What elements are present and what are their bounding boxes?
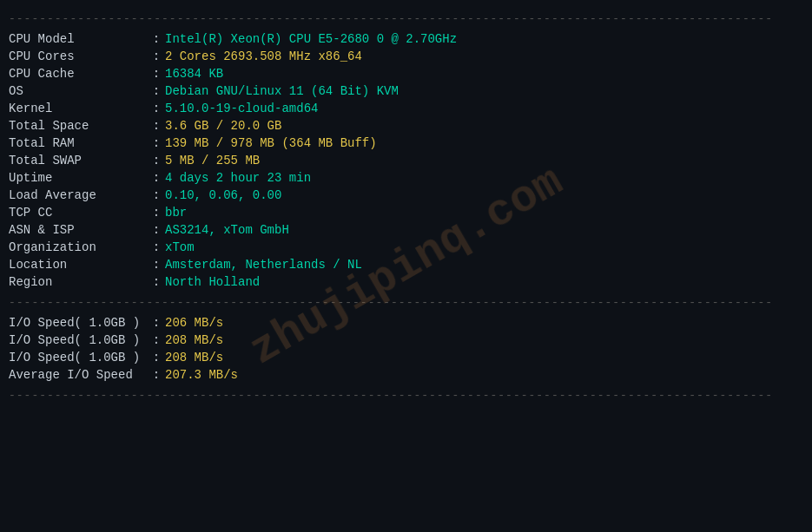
io-colon: : — [148, 314, 165, 332]
info-colon: : — [148, 117, 165, 135]
info-value: 3.6 GB / 20.0 GB — [165, 117, 803, 135]
info-value: North Holland — [165, 273, 803, 291]
info-value: Intel(R) Xeon(R) CPU E5-2680 0 @ 2.70GHz — [165, 30, 803, 48]
io-value: 207.3 MB/s — [165, 366, 803, 384]
info-value: 5 MB / 255 MB — [165, 152, 803, 169]
info-value: xTom — [165, 239, 803, 256]
info-value: 2 Cores 2693.508 MHz x86_64 — [165, 48, 803, 65]
io-speed-row: I/O Speed( 1.0GB ):208 MB/s — [9, 349, 803, 366]
info-value: 139 MB / 978 MB (364 MB Buff) — [165, 135, 803, 152]
io-speed-row: I/O Speed( 1.0GB ):206 MB/s — [9, 314, 803, 332]
info-value: Amsterdam, Netherlands / NL — [165, 256, 803, 273]
io-colon: : — [148, 366, 165, 384]
system-info-row: Organization:xTom — [9, 239, 803, 256]
info-label: Total Space — [9, 117, 148, 135]
system-info-row: CPU Cores:2 Cores 2693.508 MHz x86_64 — [9, 48, 803, 65]
io-label: I/O Speed( 1.0GB ) — [9, 332, 148, 349]
info-colon: : — [148, 204, 165, 221]
info-value: AS3214, xTom GmbH — [165, 221, 803, 239]
info-colon: : — [148, 30, 165, 48]
info-label: Location — [9, 256, 148, 273]
info-label: Total SWAP — [9, 152, 148, 169]
info-label: Total RAM — [9, 135, 148, 152]
info-label: Region — [9, 273, 148, 291]
io-value: 208 MB/s — [165, 332, 803, 349]
system-info-row: Region:North Holland — [9, 273, 803, 291]
info-colon: : — [148, 273, 165, 291]
info-colon: : — [148, 187, 165, 204]
info-value: 16384 KB — [165, 65, 803, 82]
system-info-row: Total RAM:139 MB / 978 MB (364 MB Buff) — [9, 135, 803, 152]
info-value: 0.10, 0.06, 0.00 — [165, 187, 803, 204]
io-label: I/O Speed( 1.0GB ) — [9, 314, 148, 332]
divider-bot: ----------------------------------------… — [9, 389, 803, 402]
system-info-row: CPU Cache:16384 KB — [9, 65, 803, 82]
info-colon: : — [148, 100, 165, 117]
system-info-row: TCP CC:bbr — [9, 204, 803, 221]
io-value: 206 MB/s — [165, 314, 803, 332]
system-info-row: CPU Model:Intel(R) Xeon(R) CPU E5-2680 0… — [9, 30, 803, 48]
info-label: CPU Cache — [9, 65, 148, 82]
info-label: Uptime — [9, 169, 148, 187]
io-value: 208 MB/s — [165, 349, 803, 366]
system-info-row: Load Average:0.10, 0.06, 0.00 — [9, 187, 803, 204]
divider-top: ----------------------------------------… — [9, 12, 803, 25]
info-colon: : — [148, 256, 165, 273]
info-colon: : — [148, 82, 165, 100]
info-colon: : — [148, 152, 165, 169]
system-info-table: CPU Model:Intel(R) Xeon(R) CPU E5-2680 0… — [9, 30, 803, 291]
info-colon: : — [148, 169, 165, 187]
info-label: Kernel — [9, 100, 148, 117]
info-value: 4 days 2 hour 23 min — [165, 169, 803, 187]
info-label: OS — [9, 82, 148, 100]
divider-mid: ----------------------------------------… — [9, 296, 803, 309]
info-value: Debian GNU/Linux 11 (64 Bit) KVM — [165, 82, 803, 100]
system-info-row: Total SWAP:5 MB / 255 MB — [9, 152, 803, 169]
info-label: Load Average — [9, 187, 148, 204]
info-label: ASN & ISP — [9, 221, 148, 239]
info-colon: : — [148, 135, 165, 152]
system-info-row: OS:Debian GNU/Linux 11 (64 Bit) KVM — [9, 82, 803, 100]
io-speed-row: I/O Speed( 1.0GB ):208 MB/s — [9, 332, 803, 349]
info-colon: : — [148, 48, 165, 65]
system-info-row: Kernel:5.10.0-19-cloud-amd64 — [9, 100, 803, 117]
info-colon: : — [148, 65, 165, 82]
info-value: bbr — [165, 204, 803, 221]
system-info-row: Total Space:3.6 GB / 20.0 GB — [9, 117, 803, 135]
info-colon: : — [148, 221, 165, 239]
info-colon: : — [148, 239, 165, 256]
io-label: Average I/O Speed — [9, 366, 148, 384]
system-info-row: ASN & ISP:AS3214, xTom GmbH — [9, 221, 803, 239]
io-colon: : — [148, 332, 165, 349]
info-label: Organization — [9, 239, 148, 256]
io-speed-row: Average I/O Speed:207.3 MB/s — [9, 366, 803, 384]
io-colon: : — [148, 349, 165, 366]
info-label: CPU Model — [9, 30, 148, 48]
io-label: I/O Speed( 1.0GB ) — [9, 349, 148, 366]
io-speed-table: I/O Speed( 1.0GB ):206 MB/sI/O Speed( 1.… — [9, 314, 803, 384]
system-info-row: Location:Amsterdam, Netherlands / NL — [9, 256, 803, 273]
info-value: 5.10.0-19-cloud-amd64 — [165, 100, 803, 117]
info-label: CPU Cores — [9, 48, 148, 65]
info-label: TCP CC — [9, 204, 148, 221]
system-info-row: Uptime:4 days 2 hour 23 min — [9, 169, 803, 187]
